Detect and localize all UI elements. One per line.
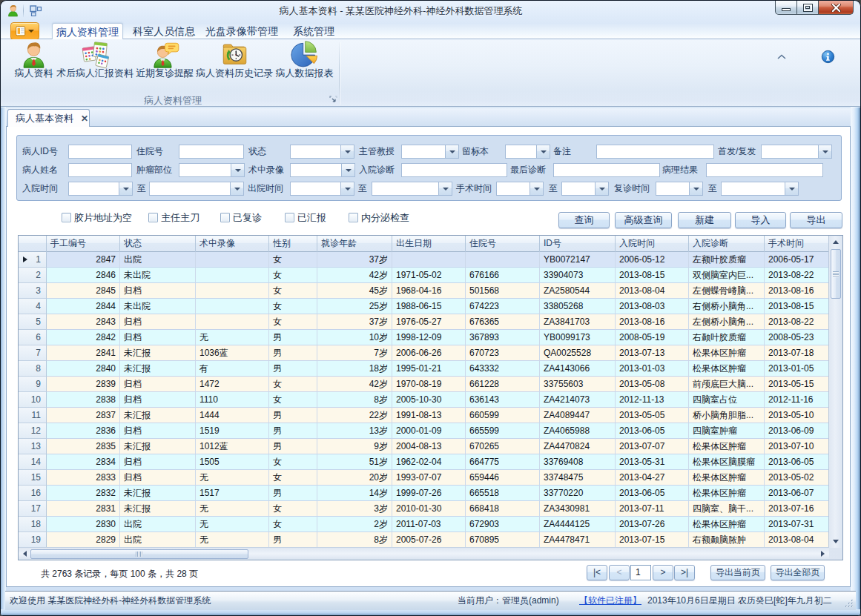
table-row[interactable]: 142834归档1505女51岁1962-02-0466477533769408… [19, 454, 829, 470]
prev-page-button[interactable]: < [609, 565, 630, 580]
table-row[interactable]: 12847出院女37岁YB00721472006-05-12左额叶胶质瘤2006… [19, 252, 829, 268]
checkbox-revisited[interactable] [220, 213, 230, 222]
group-dialog-launcher-icon[interactable] [329, 96, 337, 104]
filter-admission-diagnosis-input[interactable] [401, 163, 507, 177]
advanced-query-button[interactable]: 高级查询 [615, 212, 672, 228]
filter-first-or-relapse-combo[interactable] [761, 145, 832, 159]
grid-column-header-3[interactable]: 性别 [269, 236, 317, 252]
grid-column-header-0[interactable]: 手工编号 [47, 236, 120, 252]
last-page-button[interactable]: >| [674, 565, 695, 580]
grid-column-header-1[interactable]: 状态 [120, 236, 196, 252]
document-tab-active[interactable]: 病人基本资料 ✕ [7, 109, 90, 127]
checkbox-reported[interactable] [285, 213, 294, 222]
export-button[interactable]: 导出 [790, 212, 842, 228]
scroll-down-icon[interactable] [833, 540, 839, 543]
dropdown-button[interactable] [438, 182, 452, 195]
filter-admission-date-from-combo[interactable] [68, 182, 133, 196]
horizontal-scrollbar-thumb[interactable] [30, 549, 248, 559]
table-row[interactable]: 42844未出院女25岁1988-06-15674223338052682013… [19, 299, 829, 314]
ribbon-application-button[interactable] [10, 22, 39, 40]
vertical-scrollbar-thumb[interactable] [831, 249, 841, 299]
checkbox-film-address-empty[interactable] [62, 213, 71, 222]
scroll-left-icon[interactable] [23, 551, 27, 557]
dropdown-button[interactable] [341, 164, 354, 176]
ribbon-tab-disc-video[interactable]: 光盘录像带管理 [200, 23, 283, 39]
status-registration-link[interactable]: 【软件已注册】 [579, 592, 641, 609]
table-row[interactable]: 182830出院无女2岁2011-07-03672903ZA4444125201… [19, 517, 829, 532]
filter-revisit-date-to-combo[interactable] [721, 182, 799, 196]
query-button[interactable]: 查询 [558, 212, 610, 228]
dropdown-button[interactable] [230, 182, 243, 195]
restore-button[interactable] [797, 1, 818, 15]
table-row[interactable]: 122836归档1519男13岁2000-01-09665599ZA406598… [19, 423, 829, 439]
dropdown-button[interactable] [445, 145, 458, 158]
ribbon-button-data-report[interactable]: 病人数据报表 [274, 40, 334, 83]
horizontal-scrollbar[interactable] [19, 547, 829, 560]
table-row[interactable]: 152833归档无女20岁1993-07-0765944633748475201… [19, 470, 829, 486]
next-page-button[interactable]: > [653, 565, 673, 580]
filter-patient-name-input[interactable] [68, 163, 132, 177]
new-button[interactable]: 新建 [678, 212, 731, 228]
filter-surgery-video-combo[interactable] [290, 163, 355, 177]
table-row[interactable]: 82840未汇报有男18岁1995-01-21643332ZA414306620… [19, 361, 829, 377]
filter-remark-input[interactable] [596, 145, 714, 159]
filter-pathology-result-input[interactable] [706, 163, 823, 177]
ribbon-button-history-record[interactable]: 病人资料历史记录 [196, 40, 273, 83]
checkbox-endocrine-exam[interactable] [349, 213, 358, 222]
filter-tumor-site-combo[interactable] [179, 163, 245, 177]
dropdown-button[interactable] [119, 182, 132, 195]
dropdown-button[interactable] [340, 182, 354, 195]
grid-column-header-6[interactable]: 住院号 [466, 236, 540, 252]
dropdown-button[interactable] [818, 145, 831, 158]
grid-column-header-7[interactable]: ID号 [540, 236, 616, 252]
filter-professor-combo[interactable] [401, 145, 459, 159]
resize-grip-icon[interactable] [842, 598, 854, 609]
document-tab-close-icon[interactable]: ✕ [81, 114, 88, 123]
checkbox-chief-surgeon[interactable] [148, 213, 158, 222]
table-row[interactable]: 52843归档女37岁1976-05-27676365ZA38417032013… [19, 314, 829, 330]
export-current-page-button[interactable]: 导出当前页 [710, 565, 765, 580]
dropdown-button[interactable] [785, 182, 798, 195]
table-row[interactable]: 62842归档无男10岁1998-12-09367893YB0099173200… [19, 330, 829, 345]
page-number-input[interactable]: 1 [630, 565, 651, 580]
ribbon-button-revisit-reminder[interactable]: 近期复诊提醒 [134, 40, 195, 83]
scroll-right-icon[interactable] [821, 551, 825, 557]
dropdown-button[interactable] [340, 145, 354, 158]
grid-column-header-10[interactable]: 手术时间 [765, 236, 829, 252]
table-row[interactable]: 92839归档1472女42岁1970-08-19661228337556032… [19, 377, 829, 392]
grid-column-header-5[interactable]: 出生日期 [392, 236, 466, 252]
table-row[interactable]: 112837未汇报1444男22岁1991-08-13660599ZA40894… [19, 408, 829, 423]
filter-discharge-date-from-combo[interactable] [290, 182, 354, 196]
filter-inpatient-no-input[interactable] [179, 145, 244, 159]
filter-surgery-date-from-combo[interactable] [496, 182, 544, 196]
ribbon-tab-patient-data[interactable]: 病人资料管理 [52, 23, 123, 39]
info-icon[interactable] [821, 50, 835, 64]
table-row[interactable]: 22846未出院女42岁1971-05-02676166339040732013… [19, 268, 829, 283]
dropdown-button[interactable] [689, 182, 702, 195]
filter-patient-id-input[interactable] [68, 145, 132, 159]
import-button[interactable]: 导入 [735, 212, 786, 228]
ribbon-button-postop-report[interactable]: 术后病人汇报资料 [56, 40, 133, 83]
table-row[interactable]: 72841未汇报1036蓝男7岁2006-06-26670723QA002552… [19, 345, 829, 361]
first-page-button[interactable]: |< [587, 565, 607, 580]
filter-status-combo[interactable] [290, 145, 354, 159]
vertical-scrollbar[interactable] [828, 236, 842, 548]
table-row[interactable]: 102838归档1110女8岁2005-10-30636143ZA4214073… [19, 392, 829, 408]
quick-access-toolbar-icon[interactable] [30, 5, 42, 16]
table-row[interactable]: 132835未汇报1012蓝男9岁2004-08-13670265ZA44708… [19, 439, 829, 454]
grid-column-header-8[interactable]: 入院时间 [616, 236, 689, 252]
grid-column-header-2[interactable]: 术中录像 [196, 236, 269, 252]
ribbon-button-patient-record[interactable]: 病人资料 [11, 40, 56, 83]
scroll-up-icon[interactable] [833, 240, 839, 244]
close-button[interactable] [818, 1, 854, 15]
table-row[interactable]: 162832未汇报1517男14岁1999-07-266655183377022… [19, 486, 829, 501]
filter-admission-date-to-combo[interactable] [149, 182, 244, 196]
dropdown-button[interactable] [536, 145, 550, 158]
dropdown-button[interactable] [231, 164, 244, 176]
ribbon-tab-system[interactable]: 系统管理 [285, 23, 343, 39]
minimize-button[interactable] [775, 1, 797, 15]
export-all-pages-button[interactable]: 导出全部页 [771, 565, 825, 580]
table-row[interactable]: 172831未汇报无女3岁2010-01-30668418ZA343098120… [19, 501, 829, 517]
collapse-ribbon-chevron-icon[interactable] [776, 53, 787, 62]
table-row[interactable]: 32845归档女45岁1968-04-16501568ZA25805442013… [19, 283, 829, 299]
